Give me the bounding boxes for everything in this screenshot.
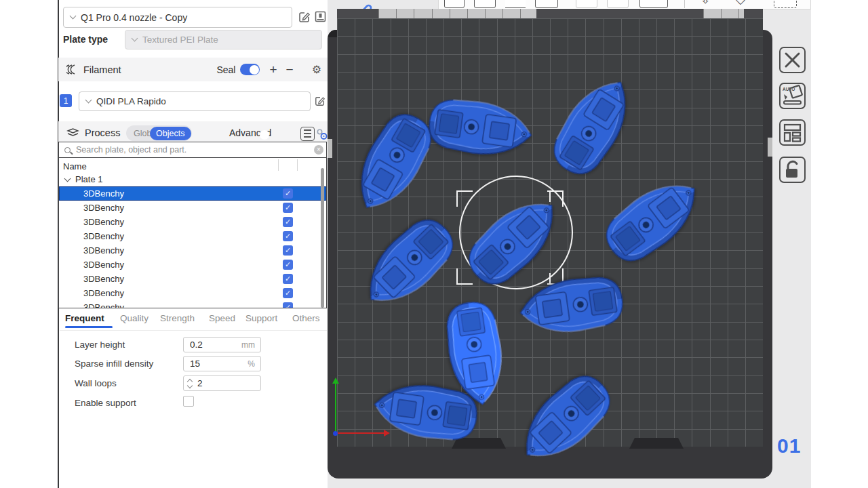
toolbar-separator	[684, 0, 685, 8]
filament-slot-badge: 1	[60, 94, 72, 107]
wall-loops-label: Wall loops	[75, 378, 117, 388]
visibility-checkbox[interactable]: ✓	[283, 231, 293, 241]
search-placeholder: Search plate, object and part.	[76, 145, 186, 155]
printer-icon[interactable]	[314, 10, 327, 23]
tree-expand-icon[interactable]	[64, 175, 71, 182]
plate-settings-icon	[781, 121, 804, 144]
filament-name: QIDI PLA Rapido	[96, 96, 166, 106]
selection-corner	[456, 190, 473, 207]
z-axis-origin-dot	[333, 431, 338, 436]
visibility-checkbox[interactable]: ✓	[283, 217, 293, 227]
chevron-down-icon	[132, 35, 138, 42]
list-scrollbar[interactable]	[321, 168, 324, 308]
lock-button[interactable]	[779, 157, 806, 183]
tab-others[interactable]: Others	[292, 313, 320, 323]
plate-type-label: Plate type	[63, 34, 108, 45]
tab-support[interactable]: Support	[245, 313, 277, 323]
visibility-checkbox[interactable]: ✓	[283, 188, 293, 199]
chevron-down-icon	[85, 97, 92, 104]
list-name-header: Name	[63, 161, 87, 171]
table-row[interactable]: 3DBenchy✓	[59, 272, 326, 286]
visibility-checkbox[interactable]: ✓	[283, 274, 293, 284]
filament-settings-gear-icon[interactable]: ⚙	[312, 63, 321, 76]
scope-objects[interactable]: Objects	[150, 127, 191, 140]
toolbar-icon-clipped[interactable]	[639, 0, 668, 8]
layer-height-input[interactable]: 0.2 mm	[183, 337, 261, 352]
table-row[interactable]: 3DBenchy✓	[59, 201, 326, 215]
visibility-checkbox[interactable]: ✓	[283, 260, 293, 270]
filament-select[interactable]: QIDI PLA Rapido	[79, 92, 311, 111]
printer-select[interactable]: Q1 Pro 0.4 nozzle - Copy	[63, 7, 292, 28]
remove-filament-button[interactable]: −	[286, 63, 294, 76]
object-name: 3DBenchy	[83, 231, 124, 241]
object-name: 3DBenchy	[83, 274, 124, 284]
parameter-table-icon[interactable]	[316, 128, 328, 140]
layer-height-unit: mm	[241, 340, 255, 350]
toolbar-icon-clipped[interactable]	[607, 0, 629, 8]
table-row[interactable]: 3DBenchy✓	[59, 258, 326, 272]
wall-loops-value: 2	[197, 378, 203, 388]
plate-settings-button[interactable]	[779, 119, 806, 146]
toolbar-icon-clipped[interactable]	[474, 0, 496, 8]
y-axis-line	[335, 380, 336, 434]
close-button[interactable]	[779, 47, 806, 73]
active-tab-underline	[65, 326, 113, 328]
tab-speed[interactable]: Speed	[209, 313, 235, 323]
plate-type-select[interactable]: Textured PEI Plate	[125, 30, 322, 49]
toolbar-icon-clipped[interactable]	[774, 0, 797, 8]
process-section-header: Process	[58, 121, 328, 144]
table-row[interactable]: 3DBenchy✓	[59, 300, 326, 308]
table-row[interactable]: 3DBenchy✓	[59, 243, 326, 258]
plate-number: 01	[777, 434, 801, 458]
search-icon	[64, 147, 71, 153]
process-scope-pill[interactable]: Global Objects	[126, 125, 192, 141]
sparse-infill-input[interactable]: 15 %	[183, 356, 261, 371]
toolbar-icon-clipped[interactable]	[535, 0, 558, 8]
plate-handle-notch	[629, 438, 684, 449]
chevron-down-icon	[70, 13, 77, 20]
tab-strength[interactable]: Strength	[160, 313, 195, 323]
tab-frequent[interactable]: Frequent	[65, 313, 104, 323]
wall-loops-stepper[interactable]: 2	[183, 375, 261, 391]
table-row[interactable]: 3DBenchy✓	[59, 229, 326, 243]
clear-search-icon[interactable]: ×	[314, 145, 323, 155]
visibility-checkbox[interactable]: ✓	[283, 288, 293, 298]
table-row[interactable]: 3DBenchy✓	[59, 186, 326, 201]
seal-toggle[interactable]	[240, 64, 260, 75]
edit-filament-icon[interactable]	[315, 96, 326, 106]
y-axis-arrow	[332, 374, 339, 384]
search-bar[interactable]: Search plate, object and part. ×	[59, 142, 326, 158]
table-row[interactable]: 3DBenchy✓	[59, 286, 326, 300]
tab-quality[interactable]: Quality	[120, 313, 149, 323]
table-row[interactable]: 3DBenchy✓	[59, 215, 326, 229]
viewport-3d[interactable]: ⇩ ◇	[328, 0, 811, 488]
preset-list-icon[interactable]	[300, 127, 315, 141]
toolbar-icon-clipped[interactable]	[444, 0, 465, 8]
toolbar-icon-clipped[interactable]: ⇩	[701, 0, 711, 7]
stepper-arrows-icon[interactable]	[188, 380, 192, 388]
layer-height-value: 0.2	[190, 340, 203, 350]
add-filament-button[interactable]: +	[269, 63, 277, 76]
filament-section-title: Filament	[83, 64, 121, 75]
strip-segment	[703, 9, 744, 18]
toolbar-icon-clipped[interactable]	[576, 0, 597, 8]
layer-height-label: Layer height	[75, 340, 125, 350]
close-icon	[781, 48, 804, 72]
visibility-checkbox[interactable]: ✓	[283, 203, 293, 213]
sparse-infill-label: Sparse infill density	[75, 359, 153, 369]
toolbar-icon-clipped[interactable]	[505, 0, 526, 8]
plate-tree-row[interactable]: Plate 1	[59, 172, 326, 186]
strip-segment	[378, 9, 536, 18]
object-name: 3DBenchy	[83, 217, 124, 227]
edit-printer-icon[interactable]	[298, 11, 311, 23]
object-name: 3DBenchy	[83, 288, 124, 298]
sparse-infill-unit: %	[248, 359, 255, 369]
enable-support-checkbox[interactable]	[183, 396, 194, 407]
visibility-checkbox[interactable]: ✓	[283, 245, 293, 256]
filament-icon	[66, 64, 78, 75]
visibility-checkbox[interactable]: ✓	[283, 302, 293, 308]
rim-notch	[328, 139, 332, 158]
process-section-title: Process	[85, 127, 120, 138]
auto-orient-button[interactable]: AUTO	[779, 83, 806, 109]
toolbar-icon-clipped[interactable]: ◇	[736, 0, 745, 7]
